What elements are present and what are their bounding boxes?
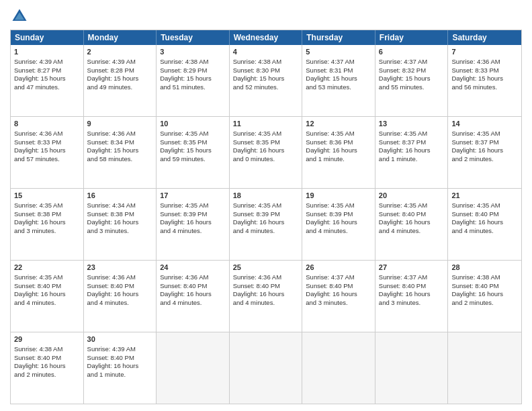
day-number: 11 (233, 119, 299, 129)
calendar: SundayMondayTuesdayWednesdayThursdayFrid… (10, 30, 522, 404)
day-number: 9 (87, 119, 153, 129)
day-info-line: and 49 minutes. (87, 83, 153, 92)
day-info-line: Sunrise: 4:38 AM (14, 345, 80, 354)
day-info-line: Sunset: 8:38 PM (87, 210, 153, 219)
calendar-day-header: Friday (375, 30, 449, 45)
day-info-line: and 53 minutes. (306, 83, 371, 92)
day-info-line: Sunset: 8:29 PM (160, 66, 226, 75)
day-info-line: Daylight: 16 hours (14, 218, 80, 227)
day-info-line: Sunset: 8:39 PM (306, 210, 371, 219)
day-info-line: Sunrise: 4:35 AM (451, 130, 518, 138)
day-number: 8 (14, 119, 80, 129)
day-info-line: Daylight: 16 hours (87, 362, 153, 371)
day-info-line: Daylight: 16 hours (306, 218, 371, 227)
calendar-week-row: 29Sunrise: 4:38 AMSunset: 8:40 PMDayligh… (11, 332, 521, 404)
day-info-line: and 57 minutes. (14, 155, 80, 164)
day-number: 17 (160, 191, 226, 201)
day-number: 24 (160, 263, 226, 273)
day-info-line: Daylight: 15 hours (233, 75, 299, 83)
day-info-line: Sunrise: 4:35 AM (14, 273, 80, 282)
calendar-cell: 18Sunrise: 4:35 AMSunset: 8:39 PMDayligh… (230, 189, 303, 260)
day-info-line: Sunrise: 4:35 AM (379, 201, 445, 210)
calendar-cell: 22Sunrise: 4:35 AMSunset: 8:40 PMDayligh… (11, 261, 84, 332)
day-info-line: and 58 minutes. (87, 155, 153, 164)
day-info-line: Daylight: 15 hours (160, 75, 226, 83)
day-info-line: Sunset: 8:31 PM (306, 66, 371, 75)
calendar-cell: 12Sunrise: 4:35 AMSunset: 8:36 PMDayligh… (302, 117, 375, 188)
day-info-line: Sunrise: 4:38 AM (451, 273, 518, 282)
calendar-cell: 16Sunrise: 4:34 AMSunset: 8:38 PMDayligh… (84, 189, 157, 260)
day-info-line: Sunrise: 4:36 AM (87, 130, 153, 138)
day-info-line: and 2 minutes. (451, 299, 518, 308)
day-number: 1 (14, 47, 80, 57)
calendar-cell: 25Sunrise: 4:36 AMSunset: 8:40 PMDayligh… (230, 261, 303, 332)
calendar-cell: 26Sunrise: 4:37 AMSunset: 8:40 PMDayligh… (302, 261, 375, 332)
calendar-cell: 5Sunrise: 4:37 AMSunset: 8:31 PMDaylight… (302, 45, 375, 116)
day-info-line: Daylight: 16 hours (233, 146, 299, 155)
day-number: 4 (233, 47, 299, 57)
day-info-line: Sunset: 8:40 PM (451, 282, 518, 291)
day-info-line: Sunrise: 4:35 AM (160, 130, 226, 138)
day-info-line: and 3 minutes. (306, 299, 371, 308)
day-info-line: Sunset: 8:32 PM (379, 66, 445, 75)
day-info-line: Sunset: 8:40 PM (87, 354, 153, 363)
day-info-line: and 2 minutes. (451, 155, 518, 164)
day-info-line: Sunrise: 4:35 AM (14, 201, 80, 210)
day-info-line: Daylight: 16 hours (160, 290, 226, 299)
day-info-line: Daylight: 15 hours (451, 75, 518, 83)
day-info-line: Daylight: 15 hours (87, 75, 153, 83)
day-number: 22 (14, 263, 80, 273)
calendar-cell: 7Sunrise: 4:36 AMSunset: 8:33 PMDaylight… (448, 45, 521, 116)
day-info-line: and 2 minutes. (14, 371, 80, 379)
day-info-line: Daylight: 16 hours (306, 146, 371, 155)
day-info-line: Sunset: 8:40 PM (14, 354, 80, 363)
calendar-cell: 1Sunrise: 4:39 AMSunset: 8:27 PMDaylight… (11, 45, 84, 116)
day-number: 29 (14, 334, 80, 345)
day-info-line: Sunrise: 4:35 AM (306, 201, 371, 210)
calendar-cell: 23Sunrise: 4:36 AMSunset: 8:40 PMDayligh… (84, 261, 157, 332)
calendar-cell (230, 332, 303, 404)
day-info-line: and 1 minute. (306, 155, 371, 164)
day-info-line: and 3 minutes. (379, 299, 445, 308)
day-info-line: Daylight: 16 hours (306, 290, 371, 299)
day-info-line: Sunset: 8:40 PM (233, 282, 299, 291)
day-info-line: Sunset: 8:37 PM (451, 138, 518, 147)
day-number: 15 (14, 191, 80, 201)
day-info-line: Sunrise: 4:38 AM (233, 58, 299, 66)
day-info-line: Sunrise: 4:37 AM (306, 273, 371, 282)
day-info-line: Sunset: 8:27 PM (14, 66, 80, 75)
calendar-cell: 17Sunrise: 4:35 AMSunset: 8:39 PMDayligh… (157, 189, 230, 260)
day-number: 26 (306, 263, 371, 273)
day-info-line: and 4 minutes. (160, 299, 226, 308)
day-info-line: Sunset: 8:40 PM (379, 210, 445, 219)
day-info-line: and 1 minute. (379, 155, 445, 164)
calendar-day-header: Sunday (11, 30, 84, 45)
day-info-line: Sunrise: 4:39 AM (14, 58, 80, 66)
calendar-cell: 20Sunrise: 4:35 AMSunset: 8:40 PMDayligh… (375, 189, 449, 260)
day-info-line: Sunrise: 4:35 AM (451, 201, 518, 210)
day-info-line: and 4 minutes. (87, 299, 153, 308)
day-info-line: and 4 minutes. (451, 227, 518, 236)
day-info-line: Sunset: 8:28 PM (87, 66, 153, 75)
calendar-cell: 19Sunrise: 4:35 AMSunset: 8:39 PMDayligh… (302, 189, 375, 260)
day-info-line: Sunrise: 4:36 AM (160, 273, 226, 282)
day-info-line: Daylight: 16 hours (87, 290, 153, 299)
day-info-line: Sunrise: 4:37 AM (306, 58, 371, 66)
day-info-line: Sunset: 8:35 PM (160, 138, 226, 147)
day-info-line: Sunset: 8:38 PM (14, 210, 80, 219)
calendar-cell: 28Sunrise: 4:38 AMSunset: 8:40 PMDayligh… (448, 261, 521, 332)
day-info-line: Sunrise: 4:37 AM (379, 273, 445, 282)
day-info-line: Daylight: 15 hours (14, 146, 80, 155)
day-info-line: Sunrise: 4:35 AM (379, 130, 445, 138)
day-info-line: Sunset: 8:40 PM (451, 210, 518, 219)
day-info-line: Sunset: 8:40 PM (14, 282, 80, 291)
day-info-line: and 4 minutes. (233, 227, 299, 236)
day-info-line: Sunset: 8:40 PM (87, 282, 153, 291)
day-info-line: Daylight: 16 hours (14, 362, 80, 371)
day-info-line: Daylight: 16 hours (379, 218, 445, 227)
day-info-line: and 52 minutes. (233, 83, 299, 92)
calendar-cell: 8Sunrise: 4:36 AMSunset: 8:33 PMDaylight… (11, 117, 84, 188)
calendar-cell: 24Sunrise: 4:36 AMSunset: 8:40 PMDayligh… (157, 261, 230, 332)
calendar-cell (157, 332, 230, 404)
calendar-cell: 2Sunrise: 4:39 AMSunset: 8:28 PMDaylight… (84, 45, 157, 116)
